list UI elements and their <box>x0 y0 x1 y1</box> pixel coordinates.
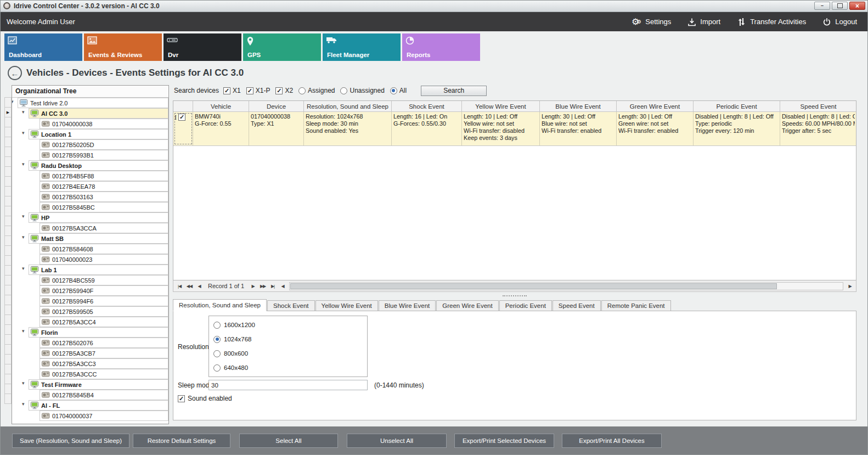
sound-enabled-checkbox[interactable] <box>178 395 185 402</box>
assignment-filter-assigned[interactable]: Assigned <box>298 87 335 94</box>
tree-device-00127b584608[interactable]: 00127B584608 <box>12 244 168 254</box>
assignment-filter-unassigned[interactable]: Unassigned <box>340 87 384 94</box>
column-header-device[interactable]: Device <box>249 101 304 111</box>
tree-node-al-fl[interactable]: Al - FL <box>12 400 168 411</box>
module-tab-events-reviews[interactable]: Events & Reviews <box>84 33 162 61</box>
tree-device-017040000023[interactable]: 017040000023 <box>12 254 168 265</box>
footer-select-all-button[interactable]: Select All <box>239 434 338 448</box>
resolution-option-1024x768[interactable]: 1024x768 <box>213 334 363 345</box>
module-tab-reports[interactable]: Reports <box>402 33 480 61</box>
tree-device-00127b502076[interactable]: 00127B502076 <box>12 338 168 348</box>
tab-remote-panic-event[interactable]: Remote Panic Event <box>601 300 671 311</box>
tree-device-00127b5994f6[interactable]: 00127B5994F6 <box>12 296 168 306</box>
tree-device-00127b5a3ccc[interactable]: 00127B5A3CCC <box>12 369 168 379</box>
tab-blue-wire-event[interactable]: Blue Wire Event <box>379 300 436 311</box>
panel-splitter[interactable] <box>173 294 856 297</box>
tree-device-00127b599505[interactable]: 00127B599505 <box>12 306 168 317</box>
last-record-button[interactable] <box>268 282 277 290</box>
tree-device-00127b5a3cb7[interactable]: 00127B5A3CB7 <box>12 348 168 358</box>
column-header-speed-event[interactable]: Speed Event <box>780 101 856 111</box>
footer-save-resolution-sound-and-sleep-button[interactable]: Save (Resolution, Sound and Sleep) <box>12 434 129 448</box>
module-tab-dashboard[interactable]: Dashboard <box>4 33 82 61</box>
expand-caret-icon[interactable] <box>22 131 25 136</box>
tree-node-test-firmware[interactable]: Test Firmware <box>12 379 168 390</box>
tree-device-00127b5a3cc3[interactable]: 00127B5A3CC3 <box>12 358 168 369</box>
device-grid-row[interactable]: IBMW740iG-Force: 0.55017040000038Type: X… <box>173 112 856 146</box>
tree-device-00127b5a3cc4[interactable]: 00127B5A3CC4 <box>12 317 168 327</box>
tree-node-location-1[interactable]: Location 1 <box>12 129 168 139</box>
tree-device-00127b503163[interactable]: 00127B503163 <box>12 192 168 202</box>
device-type-filter-x1[interactable]: X1 <box>223 87 241 94</box>
tab-speed-event[interactable]: Speed Event <box>553 300 601 311</box>
next-record-button[interactable] <box>249 282 257 290</box>
column-header-green-wire-event[interactable]: Green Wire Event <box>617 101 694 111</box>
tree-device-00127b5a3cca[interactable]: 00127B5A3CCA <box>12 223 168 233</box>
sound-enabled-option[interactable]: Sound enabled <box>178 395 232 402</box>
expand-caret-icon[interactable] <box>22 110 25 115</box>
resolution-option-800x600[interactable]: 800x600 <box>213 348 363 359</box>
scrollbar-thumb[interactable] <box>290 283 777 289</box>
previous-record-button[interactable] <box>195 282 204 290</box>
tree-device-00127b4bc559[interactable]: 00127B4BC559 <box>12 275 168 285</box>
tree-device-00127b4b5f88[interactable]: 00127B4B5F88 <box>12 171 168 181</box>
resolution-option-1600x1200[interactable]: 1600x1200 <box>213 319 363 330</box>
column-header-yellow-wire-event[interactable]: Yellow Wire Event <box>462 101 540 111</box>
row-select-checkbox[interactable] <box>178 114 185 121</box>
horizontal-scrollbar[interactable] <box>289 282 843 290</box>
search-button[interactable]: Search <box>421 86 487 96</box>
tab-periodic-event[interactable]: Periodic Event <box>499 300 552 311</box>
tree-device-017040000037[interactable]: 017040000037 <box>12 411 168 421</box>
tree-node-matt-sb[interactable]: Matt SB <box>12 233 168 244</box>
column-header-periodic-event[interactable]: Periodic Event <box>694 101 780 111</box>
expand-caret-icon[interactable] <box>12 99 14 104</box>
column-header-vehicle[interactable]: Vehicle <box>193 101 249 111</box>
tree-node-al-cc-3-0[interactable]: Al CC 3.0 <box>12 108 168 119</box>
device-type-filter-x2[interactable]: X2 <box>275 87 293 94</box>
tree-node-lab-1[interactable]: Lab 1 <box>12 265 168 275</box>
expand-caret-icon[interactable] <box>22 235 25 240</box>
footer-restore-default-settings-button[interactable]: Restore Default Settings <box>133 434 230 448</box>
footer-export-print-all-devices-button[interactable]: Export/Print All Devices <box>562 434 662 448</box>
minimize-button[interactable] <box>814 2 830 10</box>
column-header-resolution-sound-and-sleep[interactable]: Resolution, Sound and Sleep <box>304 101 392 111</box>
maximize-button[interactable] <box>832 2 848 10</box>
tree-device-00127b5845bc[interactable]: 00127B5845BC <box>12 202 168 212</box>
scroll-right-button[interactable] <box>846 282 854 290</box>
menubar-transfer-activities-button[interactable]: Transfer Activities <box>737 18 806 26</box>
device-type-filter-x1-p[interactable]: X1-P <box>246 87 270 94</box>
tree-device-00127b4eea78[interactable]: 00127B4EEA78 <box>12 181 168 192</box>
expand-caret-icon[interactable] <box>22 329 25 334</box>
menubar-logout-button[interactable]: Logout <box>822 18 857 26</box>
column-header-blue-wire-event[interactable]: Blue Wire Event <box>540 101 617 111</box>
expand-caret-icon[interactable] <box>22 214 25 219</box>
expand-caret-icon[interactable] <box>22 266 25 271</box>
resolution-option-640x480[interactable]: 640x480 <box>213 362 363 373</box>
menubar-import-button[interactable]: Import <box>687 18 720 26</box>
tab-green-wire-event[interactable]: Green Wire Event <box>436 300 498 311</box>
tree-device-017040000038[interactable]: 017040000038 <box>12 119 168 129</box>
tree-device-00127b50205d[interactable]: 00127B50205D <box>12 139 168 150</box>
expand-caret-icon[interactable] <box>22 162 25 167</box>
tree-node-florin[interactable]: Florin <box>12 327 168 338</box>
footer-unselect-all-button[interactable]: Unselect All <box>347 434 447 448</box>
tab-shock-event[interactable]: Shock Event <box>267 300 315 311</box>
back-button[interactable] <box>8 66 22 80</box>
previous-page-button[interactable] <box>185 282 194 290</box>
assignment-filter-all[interactable]: All <box>390 87 407 94</box>
scroll-left-button[interactable] <box>278 282 287 290</box>
sleep-mode-input[interactable] <box>208 380 368 390</box>
tree-node-hp[interactable]: HP <box>12 212 168 223</box>
tree-device-00127b59940f[interactable]: 00127B59940F <box>12 285 168 296</box>
tab-resolution-sound-and-sleep[interactable]: Resolution, Sound and Sleep <box>173 299 267 311</box>
expand-caret-icon[interactable] <box>22 402 25 407</box>
footer-export-print-selected-devices-button[interactable]: Export/Print Selected Devices <box>454 434 554 448</box>
tree-device-00127b5845b4[interactable]: 00127B5845B4 <box>12 390 168 400</box>
module-tab-dvr[interactable]: Dvr <box>164 33 241 61</box>
menubar-settings-button[interactable]: ⚙⚙Settings <box>632 18 671 26</box>
module-tab-fleet-manager[interactable]: Fleet Manager <box>323 33 401 61</box>
expand-caret-icon[interactable] <box>22 381 25 386</box>
module-tab-gps[interactable]: GPS <box>243 33 321 61</box>
close-button[interactable] <box>849 2 865 10</box>
tree-node-test-idrive-2-0[interactable]: Test Idrive 2.0 <box>12 98 168 108</box>
next-page-button[interactable] <box>258 282 267 290</box>
